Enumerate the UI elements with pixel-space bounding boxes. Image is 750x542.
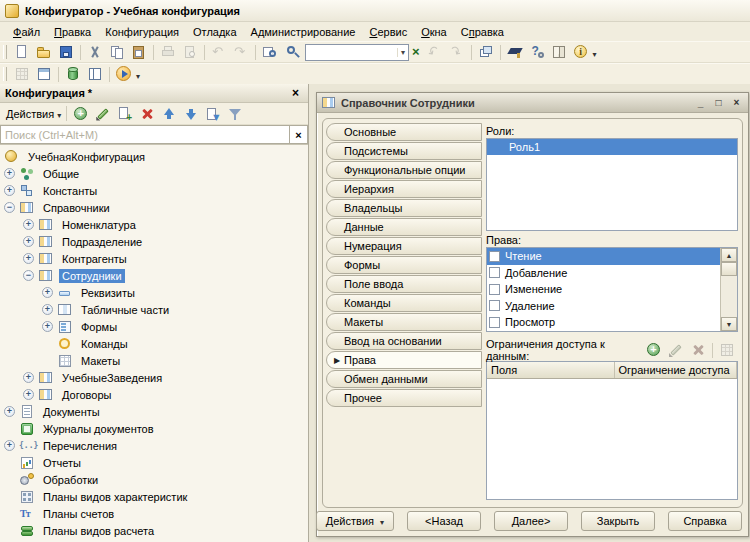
actions-menu-button[interactable]: Действия [3,108,56,120]
cut-button[interactable] [84,42,106,62]
tree-search-input[interactable] [0,125,289,144]
form-window-button[interactable] [33,64,55,84]
save-button[interactable] [55,42,77,62]
column-header[interactable]: Поля [487,362,615,378]
role-list-item[interactable]: Роль1 [487,139,737,155]
tab-Макеты[interactable]: ▶Макеты [326,313,482,331]
print-button[interactable] [157,42,179,62]
checkbox-unchecked[interactable] [489,284,500,295]
tree-item[interactable]: Сотрудники [0,267,308,284]
roles-listbox[interactable]: Роль1 [486,138,738,231]
table-grid-button[interactable] [716,340,738,360]
tab-Подсистемы[interactable]: ▶Подсистемы [326,142,482,160]
expand-icon[interactable] [4,185,15,196]
expand-icon[interactable] [42,321,53,332]
expand-icon[interactable] [42,304,53,315]
menu-Правка[interactable]: Правка [47,24,98,40]
tab-Формы[interactable]: ▶Формы [326,256,482,274]
right-list-item[interactable]: Изменение [487,281,720,298]
tree-item[interactable]: Команды [0,335,308,352]
copy-button[interactable] [106,42,128,62]
tree-item[interactable]: Подразделение [0,233,308,250]
tree-item[interactable]: Константы [0,182,308,199]
tree-item[interactable]: Отчеты [0,454,308,471]
right-list-item[interactable]: Чтение [487,248,720,265]
open-button[interactable] [33,42,55,62]
restrictions-table[interactable]: ПоляОграничение доступа [486,361,738,500]
add-button[interactable] [70,104,92,124]
collapse-icon[interactable] [23,270,34,281]
menu-Отладка[interactable]: Отладка [186,24,243,40]
chevron-down-icon[interactable]: ▾ [56,107,63,120]
chevron-down-icon[interactable]: ▾ [135,68,142,81]
checkbox-unchecked[interactable] [489,267,500,278]
tab-Поле ввода[interactable]: ▶Поле ввода [326,275,482,293]
tree-item[interactable]: Формы [0,318,308,335]
toolbar-grip[interactable] [3,67,7,81]
toolbar-grip[interactable] [3,45,7,59]
tree-item[interactable]: Номенклатура [0,216,308,233]
tree-item[interactable]: Планы счетов [0,505,308,522]
print-preview-button[interactable] [179,42,201,62]
tab-Нумерация[interactable]: ▶Нумерация [326,237,482,255]
tree-item[interactable]: Планы видов характеристик [0,488,308,505]
tree-item[interactable]: Документы [0,403,308,420]
menu-Конфигурация[interactable]: Конфигурация [98,24,186,40]
scrollbar-track[interactable] [721,276,737,317]
windows-button[interactable] [475,42,497,62]
expand-icon[interactable] [42,287,53,298]
db-config-button[interactable] [62,64,84,84]
tree-item[interactable]: Контрагенты [0,250,308,267]
tree-item[interactable]: Макеты [0,352,308,369]
paste-button[interactable] [128,42,150,62]
help-book-button[interactable] [548,42,570,62]
tree-item[interactable]: Договоры [0,386,308,403]
nav-back-button[interactable] [424,42,446,62]
maximize-icon[interactable]: □ [711,96,726,109]
expand-icon[interactable] [4,168,15,179]
expand-icon[interactable] [4,440,15,451]
redo-button[interactable] [230,42,252,62]
global-search-combobox[interactable]: ▾ [305,44,409,61]
new-document-button[interactable] [11,42,33,62]
start-debug-button[interactable] [113,64,135,84]
tab-Функциональные опции[interactable]: ▶Функциональные опции [326,161,482,179]
clear-icon[interactable]: × [289,125,308,144]
tree-item[interactable]: Обработки [0,471,308,488]
help-search-button[interactable] [526,42,548,62]
undo-button[interactable] [208,42,230,62]
right-list-item[interactable]: Добавление [487,265,720,282]
Далее>-button[interactable]: Далее> [494,511,568,531]
menu-Администрирование[interactable]: Администрирование [244,24,363,40]
tree-item[interactable]: Табличные части [0,301,308,318]
Действия-button[interactable]: Действия▾ [316,511,394,531]
tree-item[interactable]: УчебныеЗаведения [0,369,308,386]
filter-button[interactable] [224,104,246,124]
menu-Сервис[interactable]: Сервис [362,24,414,40]
close-icon[interactable]: × [729,96,744,109]
table-grid-button[interactable] [11,64,33,84]
minimize-icon[interactable]: _ [693,96,708,109]
tab-Прочее[interactable]: ▶Прочее [326,389,482,407]
close-icon[interactable]: × [288,86,303,100]
rights-scrollbar[interactable]: ▲ ▼ [720,248,737,331]
expand-icon[interactable] [4,406,15,417]
tree-item[interactable]: УчебнаяКонфигурация [0,148,308,165]
tab-Права[interactable]: ▶Права [326,351,482,369]
global-search-input[interactable] [306,45,397,60]
Справка-button[interactable]: Справка [668,511,742,531]
edit-button[interactable] [92,104,114,124]
nav-forward-button[interactable] [446,42,468,62]
move-down-button[interactable] [180,104,202,124]
tree-item[interactable]: Перечисления [0,437,308,454]
tab-Команды[interactable]: ▶Команды [326,294,482,312]
move-up-button[interactable] [158,104,180,124]
tab-Владельцы[interactable]: ▶Владельцы [326,199,482,217]
chevron-down-icon[interactable]: ▾ [592,46,599,59]
syntax-check-button[interactable] [504,42,526,62]
right-list-item[interactable]: Просмотр [487,314,720,331]
scroll-down-icon[interactable]: ▼ [721,317,737,331]
tree-item[interactable]: Общие [0,165,308,182]
expand-icon[interactable] [23,253,34,264]
menu-Справка[interactable]: Справка [454,24,511,40]
